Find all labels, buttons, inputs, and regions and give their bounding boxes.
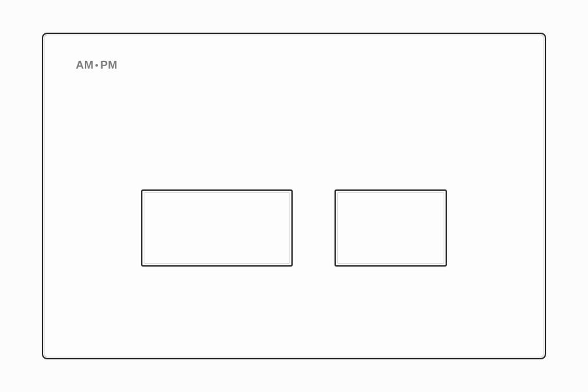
brand-dot-icon [95,64,98,67]
half-flush-button[interactable] [335,189,447,267]
brand-part-1: AM [76,59,93,71]
brand-part-2: PM [100,59,118,71]
flush-buttons-row [43,189,545,267]
flush-plate: AMPM [42,33,546,359]
full-flush-button[interactable] [141,189,293,267]
brand-logo: AMPM [76,59,118,72]
